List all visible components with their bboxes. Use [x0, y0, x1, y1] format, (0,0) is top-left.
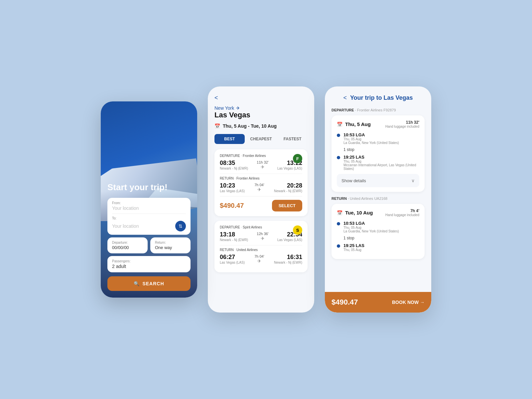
dep-stop-time-1: 10:53 LGA — [343, 132, 399, 137]
ret-luggage: Hand luggage included — [385, 213, 419, 217]
stop-dot-3 — [337, 156, 340, 159]
from-label: From: — [112, 201, 186, 205]
phone1-search: Start your trip! From: Your location To:… — [101, 101, 197, 298]
book-now-button[interactable]: BOOK NOW → — [392, 300, 425, 305]
flight-plane-icon: ✈ — [261, 164, 265, 170]
airline-logo-spirit: S — [293, 225, 302, 235]
departure-date-card[interactable]: Departure: 00/00/00 — [107, 237, 148, 253]
dep-time-1: 08:35 Newark - Nj (EWR) — [220, 160, 248, 170]
phone3-scroll: < Your trip to Las Vegas DEPARTURE · Fro… — [325, 86, 431, 292]
dep-middle-2: 12h 36' ✈ — [251, 232, 275, 241]
dep-stop-time-3: 19:25 LAS — [343, 155, 419, 160]
ret-duration-col: 7h 4' Hand luggage included — [385, 208, 419, 217]
trip-header: < Your trip to Las Vegas — [332, 94, 425, 101]
dep-date-row: 📅 Thu, 5 Aug 11h 32' Hand luggage includ… — [337, 120, 419, 128]
book-bar: $490.47 BOOK NOW → — [325, 292, 431, 313]
ret-stop-3: 19:25 LAS Thu, 05 Aug — [337, 243, 419, 252]
back-button-p3[interactable]: < — [343, 94, 347, 101]
card-footer-1: $490.47 SELECT — [220, 196, 302, 211]
date-row: Departure: 00/00/00 Return: One way — [107, 237, 191, 253]
show-details-text: Show details — [341, 178, 366, 183]
dep-times-2: 13:18 Newark - Nj (EWR) 12h 36' ✈ 22:54 … — [220, 231, 302, 242]
book-now-label: BOOK NOW → — [392, 300, 425, 305]
chevron-down-icon: ∨ — [411, 178, 415, 183]
show-details-button[interactable]: Show details ∨ — [337, 174, 419, 187]
return-value: One way — [155, 245, 186, 250]
return-segment-1: RETURN · Frontier Airlines 10:23 Las Veg… — [220, 177, 302, 193]
ret-calendar-icon: 📅 — [337, 210, 342, 215]
ret-arr-2: 16:31 Newark - Nj (EWR) — [274, 254, 302, 264]
price-1: $490.47 — [220, 202, 244, 209]
to-input[interactable]: Your location — [112, 223, 139, 229]
trip-title: Your trip to Las Vegas — [350, 94, 413, 101]
to-label: To: — [112, 216, 186, 220]
input-divider — [112, 213, 186, 214]
departure-section-label: DEPARTURE · Frontier Airlines F92879 — [332, 108, 425, 112]
ret-label-2: RETURN · United Airlines — [220, 248, 302, 252]
return-section-label: RETURN · United Airlines UA2168 — [332, 197, 425, 200]
route-from: New York ✈ — [214, 105, 308, 111]
segment-divider-2 — [220, 245, 302, 245]
select-button-1[interactable]: SELECT — [272, 200, 302, 211]
dep-stop-place-3: Mccarran International Airport, Las Vega… — [343, 163, 419, 171]
to-row: Your location ⇅ — [112, 221, 186, 231]
phone2-results: < New York ✈ Las Vegas 📅 Thu, 5 Aug - Tu… — [208, 86, 314, 313]
departure-value: 00/00/00 — [112, 245, 143, 250]
stop-dot-1 — [337, 134, 340, 137]
dep-label-1: DEPARTURE · Frontier Airlines — [220, 154, 302, 158]
dep-duration: 11h 32' — [385, 120, 419, 125]
segment-divider-1 — [220, 174, 302, 174]
dep-calendar-icon: 📅 — [337, 122, 342, 127]
return-label: Return: — [155, 241, 186, 244]
passengers-value: 2 adult — [112, 264, 186, 269]
passengers-card[interactable]: Passengers: 2 adult — [107, 256, 191, 272]
dep-middle-1: 11h 32' ✈ — [251, 160, 275, 170]
back-button-p2[interactable]: < — [214, 94, 308, 101]
ret-stop-place-1: La Guardia, New York (United States) — [343, 229, 399, 233]
ret-stop-dot-1 — [337, 222, 340, 225]
ret-stop-time-3: 19:25 LAS — [343, 243, 364, 248]
dep-stop-place-1: La Guardia, New York (United States) — [343, 141, 399, 145]
dep-stop-date-1: Thu, 05 Aug — [343, 137, 399, 141]
dep-duration-col: 11h 32' Hand luggage included — [385, 120, 419, 128]
tab-fastest[interactable]: FASTEST — [277, 134, 308, 144]
from-to-card: From: Your location To: Your location ⇅ — [107, 198, 191, 235]
ret-stop-info-3: 19:25 LAS Thu, 05 Aug — [343, 243, 364, 252]
ret-stop-date-1: Thu, 05 Aug — [343, 226, 399, 229]
departure-segment-1: DEPARTURE · Frontier Airlines 08:35 Newa… — [220, 154, 302, 170]
return-plane-icon: ✈ — [257, 187, 261, 192]
tab-cheapest[interactable]: CHEAPEST — [246, 134, 276, 144]
search-label: SEARCH — [142, 281, 164, 286]
ret-stop-date-3: Thu, 05 Aug — [343, 248, 364, 252]
dep-stop-info-1: 10:53 LGA Thu, 05 Aug La Guardia, New Yo… — [343, 132, 399, 145]
calendar-icon: 📅 — [214, 123, 220, 129]
ret-stop-dot-3 — [337, 244, 340, 248]
route-to: Las Vegas — [214, 111, 308, 119]
ret-duration: 7h 4' — [385, 208, 419, 213]
flight-card-2: DEPARTURE · Spirit Airlines 13:18 Newark… — [214, 221, 308, 272]
departure-detail-card: 📅 Thu, 5 Aug 11h 32' Hand luggage includ… — [332, 115, 425, 192]
dep-stop-date-3: Thu, 05 Aug — [343, 160, 419, 163]
dep-time-2: 13:18 Newark - Nj (EWR) — [220, 231, 248, 242]
swap-button[interactable]: ⇅ — [175, 221, 186, 231]
phone2-scroll: < New York ✈ Las Vegas 📅 Thu, 5 Aug - Tu… — [208, 86, 314, 313]
dep-stop-info-3: 19:25 LAS Thu, 05 Aug Mccarran Internati… — [343, 155, 419, 171]
plane-icon: ✈ — [236, 105, 240, 111]
ret-label-1: RETURN · Frontier Airlines — [220, 177, 302, 180]
return-plane-icon-2: ✈ — [257, 258, 261, 264]
ret-stop-1: 10:53 LGA Thu, 05 Aug La Guardia, New Yo… — [337, 221, 419, 233]
ret-time-1: 10:23 Las Vegas (LAS) — [220, 182, 245, 193]
search-button[interactable]: 🔍 SEARCH — [107, 276, 191, 291]
sort-tabs: BEST CHEAPEST FASTEST — [214, 134, 308, 144]
from-input[interactable]: Your location — [112, 205, 139, 211]
flight-plane-icon-2: ✈ — [261, 236, 265, 241]
phone3-trip-detail: < Your trip to Las Vegas DEPARTURE · Fro… — [325, 86, 431, 313]
ret-middle-1: 7h 04' ✈ — [247, 183, 271, 192]
dep-stop-label: 1 stop — [343, 147, 419, 152]
book-price: $490.47 — [332, 298, 358, 307]
date-badge: 📅 Thu, 5 Aug - Tue, 10 Aug — [214, 123, 308, 129]
phone1-headline: Start your trip! — [107, 182, 191, 193]
tab-best[interactable]: BEST — [214, 134, 245, 144]
dep-stop-3: 19:25 LAS Thu, 05 Aug Mccarran Internati… — [337, 155, 419, 171]
return-date-card[interactable]: Return: One way — [150, 237, 191, 253]
